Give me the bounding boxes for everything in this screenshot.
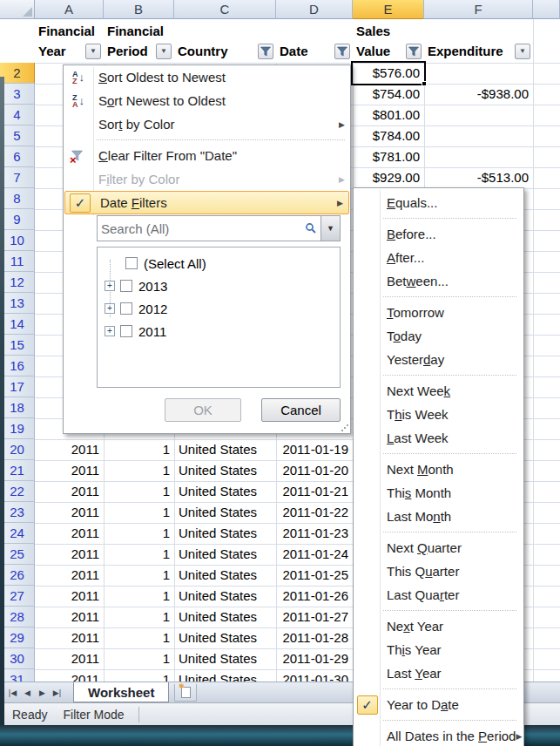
cell-e7[interactable]: $929.00	[353, 167, 424, 188]
tab-nav-last-icon[interactable]: ▶|	[50, 688, 64, 697]
tab-nav-prev-icon[interactable]: ◀	[20, 688, 35, 697]
cancel-button[interactable]: Cancel	[261, 398, 341, 422]
row-header-9[interactable]: 9	[0, 209, 35, 230]
selected-cell-e2[interactable]	[351, 61, 426, 85]
menu-item-sort-oldest-to-newest[interactable]: AZ↓Sort Oldest to Newest	[64, 65, 350, 89]
cell-c26[interactable]: United States	[174, 565, 276, 586]
column-header-d[interactable]: D	[276, 0, 353, 19]
row-header-17[interactable]: 17	[0, 376, 35, 397]
select-all-corner[interactable]	[0, 0, 35, 19]
cell-e4[interactable]: $801.00	[353, 105, 424, 125]
row-header-21[interactable]: 21	[0, 460, 35, 481]
cell-c20[interactable]: United States	[174, 439, 276, 460]
row-header-27[interactable]: 27	[0, 586, 35, 607]
submenu-item-next-quarter[interactable]: Next Quarter	[354, 536, 523, 560]
cell-e6[interactable]: $781.00	[353, 146, 424, 167]
cell-a27[interactable]: 2011	[35, 586, 104, 607]
menu-item-filter-by-color[interactable]: Filter by Color▶	[64, 167, 350, 191]
tab-nav-first-icon[interactable]: |◀	[5, 688, 20, 697]
submenu-item-yesterday[interactable]: Yesterday	[354, 348, 523, 371]
checkbox-2012[interactable]	[120, 302, 132, 315]
cell-d23[interactable]: 2011-01-22	[276, 502, 353, 523]
cell-a30[interactable]: 2011	[35, 648, 104, 669]
cell-d30[interactable]: 2011-01-29	[276, 648, 353, 669]
row-header-30[interactable]: 30	[0, 648, 35, 669]
insert-worksheet-button[interactable]	[174, 684, 197, 702]
cell-a21[interactable]: 2011	[35, 460, 104, 481]
submenu-item-after[interactable]: After...	[354, 246, 523, 269]
tree-item-2012[interactable]: +2012	[101, 297, 336, 320]
row-header-5[interactable]: 5	[0, 125, 35, 146]
search-input[interactable]	[98, 221, 305, 236]
header-cell-expenditure[interactable]: Expenditure▼	[424, 19, 533, 63]
row-header-16[interactable]: 16	[0, 356, 35, 376]
column-header-f[interactable]: F	[424, 0, 533, 19]
cell-d29[interactable]: 2011-01-28	[276, 627, 353, 648]
cell-a22[interactable]: 2011	[35, 481, 104, 502]
cell-d27[interactable]: 2011-01-26	[276, 586, 353, 607]
row-header-4[interactable]: 4	[0, 105, 35, 125]
checkbox-2011[interactable]	[120, 325, 132, 337]
submenu-item-tomorrow[interactable]: Tomorrow	[354, 301, 523, 324]
column-header-e[interactable]: E	[353, 0, 424, 19]
cell-f3[interactable]: -$938.00	[424, 84, 533, 105]
cell-a20[interactable]: 2011	[35, 439, 104, 460]
submenu-item-this-month[interactable]: This Month	[354, 481, 523, 505]
column-header-partial[interactable]	[533, 0, 560, 19]
submenu-item-equals[interactable]: Equals...	[354, 191, 523, 214]
submenu-item-this-quarter[interactable]: This Quarter	[354, 560, 523, 583]
cell-d22[interactable]: 2011-01-21	[276, 481, 353, 502]
cell-a28[interactable]: 2011	[35, 607, 104, 627]
row-header-28[interactable]: 28	[0, 607, 35, 627]
submenu-item-last-quarter[interactable]: Last Quarter	[354, 583, 523, 607]
cell-c30[interactable]: United States	[174, 648, 276, 669]
cell-c29[interactable]: United States	[174, 627, 276, 648]
row-header-29[interactable]: 29	[0, 627, 35, 648]
cell-d25[interactable]: 2011-01-24	[276, 544, 353, 565]
cell-c22[interactable]: United States	[174, 481, 276, 502]
submenu-item-all-dates-in-the-period[interactable]: All Dates in the Period▶	[354, 724, 523, 746]
cell-b29[interactable]: 1	[104, 627, 174, 648]
row-header-23[interactable]: 23	[0, 502, 35, 523]
cell-a25[interactable]: 2011	[35, 544, 104, 565]
cell-d20[interactable]: 2011-01-19	[276, 439, 353, 460]
column-header-b[interactable]: B	[104, 0, 174, 19]
checkbox-select-all[interactable]	[125, 257, 138, 269]
filter-dropdown-button-f[interactable]: ▼	[515, 44, 530, 59]
cell-a23[interactable]: 2011	[35, 502, 104, 523]
cell-d28[interactable]: 2011-01-27	[276, 607, 353, 627]
cell-b25[interactable]: 1	[104, 544, 174, 565]
menu-item-clear-filter-from-date[interactable]: ×Clear Filter From "Date"	[64, 144, 350, 167]
row-header-20[interactable]: 20	[0, 439, 35, 460]
row-header-10[interactable]: 10	[0, 230, 35, 251]
submenu-item-last-year[interactable]: Last Year	[354, 661, 523, 685]
menu-item-sort-newest-to-oldest[interactable]: ZA↓Sort Newest to Oldest	[64, 89, 350, 112]
cell-d26[interactable]: 2011-01-25	[276, 565, 353, 586]
submenu-item-before[interactable]: Before...	[354, 222, 523, 246]
submenu-item-between[interactable]: Between...	[354, 269, 523, 293]
row-header-12[interactable]: 12	[0, 272, 35, 293]
cell-b30[interactable]: 1	[104, 648, 174, 669]
cell-a24[interactable]: 2011	[35, 523, 104, 544]
row-header-25[interactable]: 25	[0, 544, 35, 565]
row-header-18[interactable]: 18	[0, 397, 35, 418]
row-header-8[interactable]: 8	[0, 188, 35, 209]
row-header-6[interactable]: 6	[0, 146, 35, 167]
cell-b26[interactable]: 1	[104, 565, 174, 586]
cell-c25[interactable]: United States	[174, 544, 276, 565]
tab-worksheet[interactable]: Worksheet	[73, 682, 169, 702]
submenu-item-last-week[interactable]: Last Week	[354, 426, 523, 450]
search-dropdown-button[interactable]: ▼	[321, 215, 341, 241]
row-header-2[interactable]: 2	[0, 63, 35, 84]
filter-applied-button-c[interactable]	[258, 44, 273, 59]
row-header-15[interactable]: 15	[0, 335, 35, 356]
row-header-7[interactable]: 7	[0, 167, 35, 188]
submenu-item-next-year[interactable]: Next Year	[354, 614, 523, 638]
cell-b27[interactable]: 1	[104, 586, 174, 607]
filter-applied-button-d[interactable]	[334, 44, 350, 59]
cell-c27[interactable]: United States	[174, 586, 276, 607]
cell-a26[interactable]: 2011	[35, 565, 104, 586]
fill-handle[interactable]	[422, 81, 427, 86]
resize-grip[interactable]	[341, 424, 349, 432]
cell-e3[interactable]: $754.00	[353, 84, 424, 105]
